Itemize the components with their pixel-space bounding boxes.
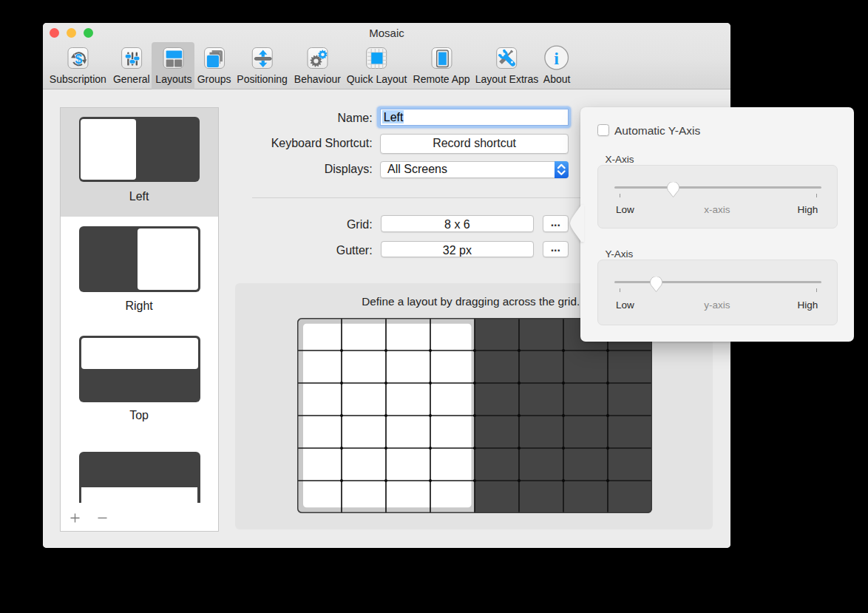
svg-text:i: i: [555, 49, 560, 68]
svg-text:$: $: [75, 52, 82, 67]
